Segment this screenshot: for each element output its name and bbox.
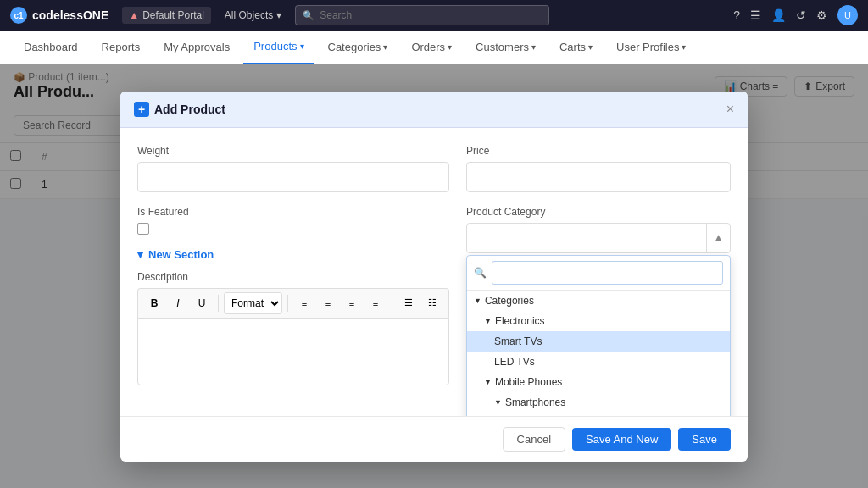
italic-button[interactable]: I (167, 292, 189, 314)
align-left-button[interactable]: ≡ (293, 292, 315, 314)
product-category-group: Product Category ▲ 🔍 (466, 206, 731, 253)
toolbar-divider (218, 295, 219, 312)
toolbar-divider (287, 295, 288, 312)
cat-item-electronics[interactable]: ▼ Electronics (467, 311, 730, 331)
menu-icon[interactable]: ☰ (750, 8, 761, 22)
underline-button[interactable]: U (191, 292, 213, 314)
is-featured-group: Is Featured (137, 206, 449, 235)
modal-header: + Add Product × (120, 92, 748, 128)
cat-item-smart-tvs[interactable]: Smart TVs (467, 331, 730, 352)
modal-footer: Cancel Save And New Save (120, 416, 748, 462)
main-nav: Dashboard Reports My Approvals Products … (0, 30, 868, 64)
bold-button[interactable]: B (143, 292, 165, 314)
save-button[interactable]: Save (678, 428, 731, 451)
nav-reports[interactable]: Reports (92, 30, 151, 64)
new-section-heading[interactable]: ▾ New Section (137, 248, 449, 261)
add-product-modal: + Add Product × Weight Is Featured (120, 92, 748, 462)
help-icon[interactable]: ? (733, 8, 740, 22)
category-dropdown-panel: ▲ 🔍 ▼ (466, 223, 731, 253)
category-search-input[interactable] (492, 261, 723, 285)
content-area: 📦 Product (1 item...) All Produ... 📊 Cha… (0, 64, 868, 488)
chevron-down-icon: ▾ (300, 42, 304, 51)
description-group: Description B I U Format ≡ ≡ (137, 271, 449, 385)
weight-group: Weight (137, 145, 449, 192)
align-right-button[interactable]: ≡ (341, 292, 363, 314)
chevron-down-icon: ▾ (137, 248, 143, 261)
nav-products[interactable]: Products ▾ (243, 30, 314, 64)
description-editor[interactable] (137, 318, 449, 385)
cat-item-led-tvs[interactable]: LED TVs (467, 352, 730, 372)
nav-dashboard[interactable]: Dashboard (14, 30, 88, 64)
weight-label: Weight (137, 145, 449, 157)
chevron-down-icon: ▾ (383, 42, 387, 52)
app-logo[interactable]: c1 codelessONE (10, 7, 108, 24)
chevron-down-icon: ▼ (484, 378, 492, 386)
logo-icon: c1 (10, 7, 27, 24)
rich-text-toolbar: B I U Format ≡ ≡ ≡ ≡ (137, 288, 449, 318)
nav-categories[interactable]: Categories ▾ (318, 30, 398, 64)
price-input[interactable] (466, 162, 731, 192)
nav-customers[interactable]: Customers ▾ (465, 30, 546, 64)
top-icons: ? ☰ 👤 ↺ ⚙ U (733, 5, 858, 25)
global-search[interactable]: 🔍 (295, 5, 549, 25)
format-select[interactable]: Format (224, 292, 282, 314)
cat-item-categories[interactable]: ▼ Categories (467, 291, 730, 311)
list-ol-button[interactable]: ☷ (421, 292, 443, 314)
chevron-down-icon: ▼ (484, 317, 492, 325)
is-featured-checkbox[interactable] (137, 223, 149, 235)
modal-overlay: + Add Product × Weight Is Featured (0, 64, 868, 488)
cat-item-android-phones[interactable]: Android Phones (467, 413, 730, 416)
price-label: Price (466, 145, 731, 157)
nav-carts[interactable]: Carts ▾ (549, 30, 603, 64)
portal-selector[interactable]: ▲ Default Portal (122, 7, 211, 24)
user-switch-icon[interactable]: 👤 (771, 8, 786, 22)
modal-right-col: Price Product Category ▲ (466, 145, 731, 399)
product-category-label: Product Category (466, 206, 731, 218)
search-icon: 🔍 (303, 10, 314, 21)
modal-close-button[interactable]: × (726, 102, 734, 117)
category-dropdown: 🔍 ▼ Categories (466, 255, 731, 416)
search-input[interactable] (320, 9, 542, 21)
category-input[interactable] (467, 224, 706, 252)
description-label: Description (137, 271, 449, 283)
cat-item-mobile-phones[interactable]: ▼ Mobile Phones (467, 372, 730, 392)
all-objects-dropdown[interactable]: All Objects ▾ (225, 9, 281, 21)
modal-title: + Add Product (134, 102, 225, 117)
history-icon[interactable]: ↺ (796, 8, 806, 22)
nav-user-profiles[interactable]: User Profiles ▾ (606, 30, 696, 64)
toolbar-divider (392, 295, 392, 312)
settings-icon[interactable]: ⚙ (816, 8, 827, 22)
cat-item-smartphones[interactable]: ▼ Smartphones (467, 392, 730, 413)
chevron-down-icon: ▾ (682, 42, 686, 52)
save-and-new-button[interactable]: Save And New (572, 428, 671, 451)
is-featured-label: Is Featured (137, 206, 449, 218)
chevron-down-icon: ▾ (588, 42, 593, 52)
category-input-wrap: ▲ (466, 223, 731, 253)
chevron-down-icon: ▼ (474, 297, 481, 305)
list-ul-button[interactable]: ☰ (398, 292, 420, 314)
portal-label: Default Portal (142, 9, 204, 21)
chevron-down-icon: ▾ (531, 42, 536, 52)
align-center-button[interactable]: ≡ (317, 292, 339, 314)
category-dropdown-arrow[interactable]: ▲ (706, 224, 730, 252)
cancel-button[interactable]: Cancel (503, 427, 565, 452)
avatar[interactable]: U (837, 5, 858, 25)
nav-orders[interactable]: Orders ▾ (401, 30, 462, 64)
category-search: 🔍 (467, 256, 730, 291)
plus-icon: + (134, 102, 149, 117)
align-justify-button[interactable]: ≡ (364, 292, 387, 314)
modal-left-col: Weight Is Featured ▾ New Section (137, 145, 449, 399)
top-bar: c1 codelessONE ▲ Default Portal All Obje… (0, 0, 868, 30)
chevron-down-icon: ▼ (494, 398, 502, 407)
app-name: codelessONE (32, 8, 108, 22)
modal-body: Weight Is Featured ▾ New Section (120, 128, 748, 416)
nav-approvals[interactable]: My Approvals (153, 30, 240, 64)
chevron-down-icon: ▾ (448, 42, 452, 52)
price-group: Price (466, 145, 731, 192)
search-icon: 🔍 (474, 267, 487, 279)
category-list: ▼ Categories ▼ Electronics (467, 291, 730, 416)
weight-input[interactable] (137, 162, 449, 192)
